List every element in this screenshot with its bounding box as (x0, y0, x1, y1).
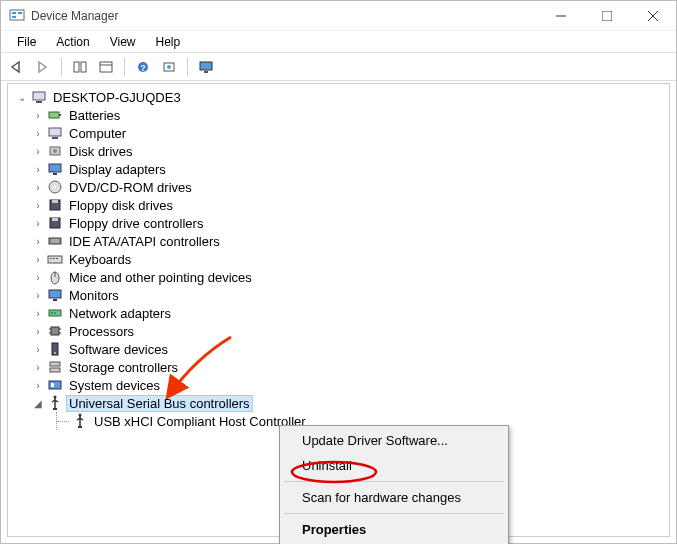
chevron-right-icon[interactable]: › (32, 326, 44, 337)
menu-file[interactable]: File (7, 33, 46, 51)
tree-root[interactable]: ⌄ DESKTOP-GJUQDE3 (8, 88, 669, 106)
tree-category[interactable]: ◢Universal Serial Bus controllers (8, 394, 669, 412)
tree-category[interactable]: ›Mice and other pointing devices (8, 268, 669, 286)
tree-category[interactable]: ›Monitors (8, 286, 669, 304)
app-icon (9, 8, 25, 24)
tree-category[interactable]: ›Keyboards (8, 250, 669, 268)
chevron-right-icon[interactable]: › (32, 236, 44, 247)
svg-point-46 (51, 312, 53, 314)
category-label: System devices (66, 378, 163, 393)
scan-button[interactable] (157, 56, 181, 78)
tree-category[interactable]: ›Display adapters (8, 160, 669, 178)
menu-help[interactable]: Help (146, 33, 191, 51)
chevron-right-icon[interactable]: › (32, 272, 44, 283)
device-label: USB xHCI Compliant Host Controller (91, 414, 309, 429)
tree-category[interactable]: ›Computer (8, 124, 669, 142)
expand-open-icon[interactable]: ◢ (32, 398, 44, 409)
system-icon (47, 377, 63, 393)
svg-rect-62 (78, 426, 82, 428)
tree-category[interactable]: ›Floppy drive controllers (8, 214, 669, 232)
category-label: Mice and other pointing devices (66, 270, 255, 285)
svg-rect-27 (53, 173, 57, 175)
tree-category[interactable]: ›System devices (8, 376, 669, 394)
chevron-right-icon[interactable]: › (32, 254, 44, 265)
toolbar-separator (61, 58, 62, 76)
minimize-button[interactable] (538, 1, 584, 31)
monitor-icon (47, 287, 63, 303)
chevron-right-icon[interactable]: › (32, 344, 44, 355)
svg-rect-39 (53, 258, 55, 259)
cm-uninstall[interactable]: Uninstall (282, 453, 506, 478)
cm-update-driver[interactable]: Update Driver Software... (282, 428, 506, 453)
device-manager-window: Device Manager File Action View Help ? ⌄… (0, 0, 677, 544)
svg-point-47 (54, 312, 56, 314)
svg-rect-58 (51, 383, 54, 387)
svg-rect-56 (50, 368, 60, 372)
close-button[interactable] (630, 1, 676, 31)
display-icon (47, 161, 63, 177)
help-button[interactable]: ? (131, 56, 155, 78)
svg-rect-31 (52, 200, 58, 203)
chevron-down-icon[interactable]: ⌄ (16, 92, 28, 103)
tree-category[interactable]: ›IDE ATA/ATAPI controllers (8, 232, 669, 250)
chevron-right-icon[interactable]: › (32, 182, 44, 193)
dvd-icon (47, 179, 63, 195)
category-label: Floppy disk drives (66, 198, 176, 213)
category-label: Computer (66, 126, 129, 141)
svg-rect-3 (12, 16, 16, 18)
svg-rect-17 (204, 71, 208, 73)
chevron-right-icon[interactable]: › (32, 308, 44, 319)
menu-action[interactable]: Action (46, 33, 99, 51)
svg-rect-19 (36, 101, 42, 103)
svg-point-29 (54, 186, 57, 189)
tree-category[interactable]: ›Software devices (8, 340, 669, 358)
svg-point-61 (79, 414, 82, 417)
context-menu: Update Driver Software... Uninstall Scan… (279, 425, 509, 544)
svg-rect-40 (56, 258, 58, 259)
usb-icon (72, 413, 88, 429)
tree-category[interactable]: ›Processors (8, 322, 669, 340)
chevron-right-icon[interactable]: › (32, 110, 44, 121)
cm-scan[interactable]: Scan for hardware changes (282, 485, 506, 510)
category-label: Processors (66, 324, 137, 339)
cm-properties[interactable]: Properties (282, 517, 506, 542)
tree-category[interactable]: ›Network adapters (8, 304, 669, 322)
monitor-icon-button[interactable] (194, 56, 218, 78)
chevron-right-icon[interactable]: › (32, 146, 44, 157)
category-label: Batteries (66, 108, 123, 123)
disk-icon (47, 143, 63, 159)
menu-view[interactable]: View (100, 33, 146, 51)
svg-rect-38 (50, 258, 52, 259)
floppy-icon (47, 197, 63, 213)
storage-icon (47, 359, 63, 375)
tree-category[interactable]: ›Storage controllers (8, 358, 669, 376)
tree-category[interactable]: ›Batteries (8, 106, 669, 124)
properties-button[interactable] (94, 56, 118, 78)
maximize-button[interactable] (584, 1, 630, 31)
chevron-right-icon[interactable]: › (32, 200, 44, 211)
chevron-right-icon[interactable]: › (32, 290, 44, 301)
menubar: File Action View Help (1, 31, 676, 53)
svg-rect-44 (53, 299, 57, 301)
tree-category[interactable]: ›Disk drives (8, 142, 669, 160)
toolbar-separator (124, 58, 125, 76)
svg-rect-26 (49, 164, 61, 172)
chevron-right-icon[interactable]: › (32, 164, 44, 175)
show-hide-tree-button[interactable] (68, 56, 92, 78)
svg-rect-57 (49, 381, 61, 389)
forward-button[interactable] (31, 56, 55, 78)
tree-category[interactable]: ›Floppy disk drives (8, 196, 669, 214)
titlebar: Device Manager (1, 1, 676, 31)
chevron-right-icon[interactable]: › (32, 362, 44, 373)
tree-category[interactable]: ›DVD/CD-ROM drives (8, 178, 669, 196)
battery-icon (47, 107, 63, 123)
svg-text:?: ? (140, 63, 146, 73)
device-tree[interactable]: ⌄ DESKTOP-GJUQDE3 ›Batteries›Computer›Di… (8, 84, 669, 434)
svg-rect-37 (48, 256, 62, 263)
back-button[interactable] (5, 56, 29, 78)
chevron-right-icon[interactable]: › (32, 218, 44, 229)
chevron-right-icon[interactable]: › (32, 128, 44, 139)
svg-rect-22 (49, 128, 61, 136)
window-controls (538, 1, 676, 31)
chevron-right-icon[interactable]: › (32, 380, 44, 391)
